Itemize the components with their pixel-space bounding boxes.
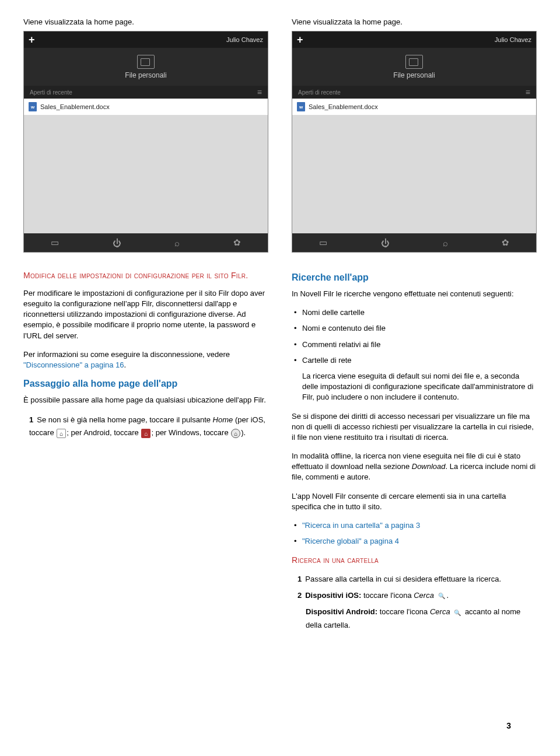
screenshot-row: Viene visualizzata la home page. + Julio… bbox=[23, 18, 537, 253]
user-name: Julio Chavez bbox=[226, 36, 263, 43]
text: ; per Windows, toccare bbox=[151, 428, 230, 437]
file-name: Sales_Enablement.docx bbox=[309, 103, 378, 110]
text: toccare l'icona bbox=[361, 591, 414, 600]
file-name: Sales_Enablement.docx bbox=[40, 103, 110, 110]
home-android-icon: ⌂ bbox=[141, 429, 150, 438]
filler bbox=[24, 115, 268, 233]
tab-power-icon: ⏻ bbox=[381, 238, 390, 248]
app-topbar: + Julio Chavez bbox=[292, 32, 536, 48]
link-disconnessione[interactable]: "Disconnessione" a pagina 16 bbox=[23, 360, 124, 369]
subheader-label: Aperti di recente bbox=[30, 89, 72, 96]
list-item: Nomi delle cartelle bbox=[302, 307, 537, 318]
tab-search-icon: ⌕ bbox=[174, 238, 180, 248]
tab-monitor-icon: ▭ bbox=[51, 237, 59, 248]
folder-stack-icon bbox=[137, 55, 155, 69]
home-ios-icon: ⌂ bbox=[57, 429, 66, 438]
link-ricerche-globali[interactable]: "Ricerche globali" a pagina 4 bbox=[302, 537, 399, 545]
app-subheader: Aperti di recente ≡ bbox=[24, 86, 268, 99]
section-heading-left: Passaggio alla home page dell'app bbox=[23, 379, 268, 389]
filler bbox=[292, 115, 536, 233]
search-ios-icon: 🔍 bbox=[437, 592, 446, 601]
bullet-list-links: "Ricerca in una cartella" a pagina 3 "Ri… bbox=[292, 520, 537, 547]
app-header: File personali bbox=[292, 48, 536, 86]
hamburger-icon: ≡ bbox=[257, 88, 262, 97]
user-name: Julio Chavez bbox=[495, 36, 531, 43]
app-screenshot-left: + Julio Chavez File personali Aperti di … bbox=[23, 31, 268, 253]
section-heading-right: Ricerche nell'app bbox=[292, 272, 537, 283]
para-right-4: L'app Novell Filr consente di cercare el… bbox=[292, 491, 537, 512]
step-number: 2 bbox=[298, 591, 302, 600]
list-item: Cartelle di rete bbox=[302, 355, 537, 366]
list-item: Dispositivi Android: toccare l'icona Cer… bbox=[298, 606, 537, 631]
smallcaps-heading-left: Modifica delle impostazioni di configura… bbox=[23, 270, 268, 281]
screenshot-caption-1: Viene visualizzata la home page. bbox=[23, 18, 268, 26]
app-subheader: Aperti di recente ≡ bbox=[292, 86, 536, 99]
para-right-1: In Novell Filr le ricerche vengono effet… bbox=[292, 289, 537, 299]
text-italic: Home bbox=[213, 415, 233, 424]
app-topbar: + Julio Chavez bbox=[24, 32, 268, 48]
list-item: "Ricerche globali" a pagina 4 bbox=[302, 536, 537, 547]
para-left-2: Per informazioni su come eseguire la dis… bbox=[23, 349, 268, 370]
list-item: 2Dispositivi iOS: toccare l'icona Cerca … bbox=[298, 589, 537, 602]
tab-gear-icon: ✿ bbox=[233, 237, 241, 248]
list-item: 1Passare alla cartella in cui si desider… bbox=[298, 573, 537, 586]
header-label: File personali bbox=[393, 71, 435, 79]
text-columns: Modifica delle impostazioni di configura… bbox=[23, 270, 537, 640]
text-italic: Download bbox=[412, 462, 446, 471]
step-number: 1 bbox=[298, 575, 302, 583]
para-right-3: In modalità offline, la ricerca non vien… bbox=[292, 451, 537, 483]
file-row: w Sales_Enablement.docx bbox=[292, 99, 536, 115]
smallcaps-heading-right: Ricerca in una cartella bbox=[292, 555, 537, 566]
list-item-extra: La ricerca viene eseguita di default sui… bbox=[302, 371, 537, 403]
hamburger-icon: ≡ bbox=[526, 88, 530, 97]
folder-stack-icon bbox=[405, 55, 423, 69]
plus-icon: + bbox=[29, 34, 35, 46]
word-doc-icon: w bbox=[29, 102, 37, 111]
tab-power-icon: ⏻ bbox=[113, 238, 121, 248]
subheader-label: Aperti di recente bbox=[298, 89, 341, 96]
app-bottombar: ▭ ⏻ ⌕ ✿ bbox=[292, 233, 536, 252]
text: Se non si è già nella home page, toccare… bbox=[37, 415, 212, 424]
plus-icon: + bbox=[297, 34, 303, 46]
screenshot-col-left: Viene visualizzata la home page. + Julio… bbox=[23, 18, 268, 253]
tab-gear-icon: ✿ bbox=[502, 237, 509, 248]
app-screenshot-right: + Julio Chavez File personali Aperti di … bbox=[292, 31, 537, 253]
bullet-list-content: Nomi delle cartelle Nomi e contenuto dei… bbox=[292, 307, 537, 402]
left-column: Modifica delle impostazioni di configura… bbox=[23, 270, 268, 448]
right-column: Ricerche nell'app In Novell Filr le rice… bbox=[292, 270, 537, 640]
para-right-2: Se si dispone dei diritti di accesso nec… bbox=[292, 411, 537, 443]
list-item: 1Se non si è già nella home page, toccar… bbox=[29, 414, 268, 439]
numbered-list-left: 1Se non si è già nella home page, toccar… bbox=[23, 414, 268, 439]
word-doc-icon: w bbox=[297, 102, 305, 111]
screenshot-col-right: Viene visualizzata la home page. + Julio… bbox=[292, 18, 537, 253]
home-windows-icon: ⌂ bbox=[231, 429, 240, 438]
screenshot-caption-2: Viene visualizzata la home page. bbox=[292, 18, 537, 26]
text: ; per Android, toccare bbox=[66, 428, 141, 437]
list-item: "Ricerca in una cartella" a pagina 3 bbox=[302, 520, 537, 531]
header-label: File personali bbox=[125, 71, 166, 79]
list-item: Commenti relativi ai file bbox=[302, 340, 537, 350]
list-item: Nomi e contenuto dei file bbox=[302, 323, 537, 334]
para-left-3: È possibile passare alla home page da qu… bbox=[23, 395, 268, 405]
text-bold: Dispositivi Android: bbox=[306, 607, 377, 616]
link-ricerca-cartella[interactable]: "Ricerca in una cartella" a pagina 3 bbox=[302, 521, 420, 530]
tab-monitor-icon: ▭ bbox=[319, 237, 327, 248]
text: Per informazioni su come eseguire la dis… bbox=[23, 350, 230, 359]
para-left-1: Per modificare le impostazioni di config… bbox=[23, 288, 268, 341]
tab-search-icon: ⌕ bbox=[443, 238, 448, 248]
text: . bbox=[447, 591, 449, 600]
text-italic: Cerca bbox=[430, 607, 450, 616]
file-row: w Sales_Enablement.docx bbox=[24, 99, 268, 115]
step-number: 1 bbox=[29, 415, 33, 424]
search-android-icon: 🔍 bbox=[453, 608, 462, 617]
text-italic: Cerca bbox=[414, 591, 434, 600]
page-number: 3 bbox=[506, 721, 511, 730]
text-bold: Dispositivi iOS: bbox=[305, 591, 361, 600]
app-bottombar: ▭ ⏻ ⌕ ✿ bbox=[24, 233, 268, 252]
app-header: File personali bbox=[24, 48, 268, 86]
numbered-list-right: 1Passare alla cartella in cui si desider… bbox=[292, 573, 537, 631]
text: ). bbox=[241, 428, 246, 437]
text: . bbox=[124, 360, 127, 369]
text: toccare l'icona bbox=[377, 607, 430, 616]
text: Passare alla cartella in cui si desidera… bbox=[305, 575, 501, 583]
